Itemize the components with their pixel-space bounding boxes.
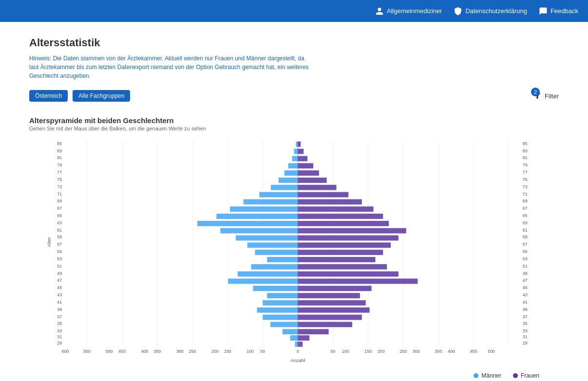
svg-text:55: 55	[57, 249, 62, 254]
svg-rect-152	[298, 335, 309, 341]
svg-text:49: 49	[57, 271, 62, 276]
legend-frauen: Frauen	[513, 372, 539, 379]
svg-text:150: 150	[364, 349, 372, 354]
svg-text:75: 75	[57, 177, 62, 182]
svg-text:39: 39	[523, 307, 528, 312]
svg-text:53: 53	[57, 256, 62, 261]
filter-label: Filter	[545, 92, 559, 100]
chart-subtitle: Gehen Sie mit der Maus über die Balken, …	[29, 126, 559, 131]
svg-rect-105	[230, 206, 298, 212]
svg-rect-117	[267, 293, 298, 298]
svg-text:55: 55	[523, 249, 528, 254]
svg-text:43: 43	[57, 292, 62, 297]
user-icon	[375, 7, 384, 16]
svg-rect-128	[298, 163, 313, 168]
svg-text:400: 400	[141, 349, 149, 354]
header: Allgemeinmediziner Datenschutzerklärung …	[0, 0, 588, 22]
filter-badge: 2	[531, 88, 540, 96]
svg-text:69: 69	[57, 199, 62, 203]
svg-text:41: 41	[523, 300, 528, 305]
privacy-link[interactable]: Datenschutzerklärung	[454, 7, 527, 16]
privacy-icon	[454, 7, 462, 16]
svg-text:500: 500	[488, 349, 495, 354]
svg-text:59: 59	[57, 235, 62, 239]
svg-text:0: 0	[297, 349, 299, 354]
svg-text:51: 51	[57, 264, 62, 269]
svg-text:39: 39	[57, 307, 62, 312]
svg-text:53: 53	[523, 256, 528, 261]
svg-text:57: 57	[57, 242, 62, 247]
svg-rect-143	[298, 272, 398, 277]
svg-text:73: 73	[57, 184, 62, 189]
svg-rect-137	[298, 228, 406, 234]
svg-rect-109	[236, 236, 298, 241]
svg-text:37: 37	[57, 314, 62, 319]
svg-text:49: 49	[523, 271, 528, 276]
svg-rect-106	[216, 214, 298, 219]
svg-text:500: 500	[106, 349, 113, 354]
svg-rect-149	[298, 315, 361, 320]
legend-maenner: Männer	[474, 372, 501, 379]
svg-text:61: 61	[523, 228, 528, 233]
svg-text:100: 100	[247, 349, 254, 354]
svg-rect-144	[298, 278, 417, 284]
svg-text:450: 450	[470, 349, 477, 354]
feedback-link[interactable]: Feedback	[539, 7, 578, 16]
svg-rect-138	[298, 236, 398, 241]
maenner-dot	[474, 373, 478, 378]
frauen-dot	[513, 373, 518, 378]
svg-rect-153	[298, 342, 303, 347]
svg-rect-97	[294, 149, 298, 154]
svg-text:450: 450	[118, 349, 126, 354]
svg-text:37: 37	[523, 314, 528, 319]
svg-text:31: 31	[57, 334, 62, 339]
svg-rect-124	[295, 342, 298, 347]
svg-text:85: 85	[57, 141, 62, 146]
svg-text:51: 51	[523, 264, 528, 269]
user-label: Allgemeinmediziner	[387, 7, 442, 15]
svg-rect-119	[257, 308, 298, 313]
svg-rect-123	[290, 335, 298, 341]
svg-rect-122	[283, 329, 298, 334]
svg-text:250: 250	[399, 349, 407, 354]
hint-text: Hinweis: Die Daten stammen von der Ärzte…	[29, 54, 312, 80]
svg-text:350: 350	[435, 349, 442, 354]
svg-rect-127	[298, 156, 307, 162]
svg-rect-96	[296, 142, 298, 147]
filter-tag-austria[interactable]: Österreich	[29, 90, 68, 102]
filter-tag-fachgruppen[interactable]: Alle Fachgruppen	[73, 90, 130, 102]
svg-rect-131	[298, 185, 336, 190]
svg-text:71: 71	[523, 192, 528, 197]
svg-text:31: 31	[523, 334, 528, 339]
svg-text:33: 33	[523, 328, 528, 333]
filter-tags: Österreich Alle Fachgruppen	[29, 90, 130, 102]
svg-text:300: 300	[176, 349, 184, 354]
maenner-label: Männer	[481, 372, 501, 379]
svg-rect-98	[292, 156, 298, 162]
svg-rect-133	[298, 199, 361, 204]
filter-button[interactable]: 2 Filter	[533, 91, 559, 100]
svg-text:77: 77	[523, 170, 528, 175]
svg-text:85: 85	[523, 141, 528, 146]
feedback-label: Feedback	[550, 7, 578, 15]
main-content: Altersstatistik Hinweis: Die Daten stamm…	[0, 22, 588, 381]
svg-rect-110	[247, 242, 298, 248]
svg-rect-130	[298, 178, 326, 183]
user-menu[interactable]: Allgemeinmediziner	[375, 7, 442, 16]
svg-text:35: 35	[523, 321, 528, 326]
svg-rect-102	[271, 185, 298, 190]
svg-text:250: 250	[189, 349, 196, 354]
svg-text:550: 550	[83, 349, 91, 354]
svg-text:200: 200	[378, 349, 385, 354]
chart-legend: Männer Frauen	[29, 372, 559, 379]
svg-rect-150	[298, 322, 352, 327]
svg-text:63: 63	[57, 220, 62, 225]
svg-rect-104	[244, 199, 298, 204]
svg-text:600: 600	[62, 349, 69, 354]
chart-title: Alterspyramide mit beiden Geschlechtern	[29, 116, 559, 125]
svg-text:67: 67	[523, 206, 528, 211]
svg-rect-120	[263, 315, 298, 320]
svg-rect-142	[298, 264, 387, 270]
svg-rect-99	[288, 163, 298, 168]
svg-text:81: 81	[523, 155, 528, 160]
